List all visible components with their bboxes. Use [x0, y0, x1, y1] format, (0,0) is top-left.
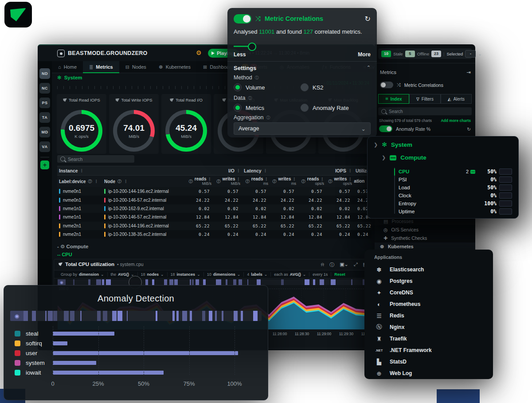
metric-correlations-row[interactable]: ⤨ Metric Correlations [380, 82, 471, 88]
chevron-right-icon[interactable]: ❯ [382, 155, 386, 160]
gauge-card-1[interactable]: Total Write IOPS74.01MiB/s [109, 94, 159, 154]
group-iops[interactable]: IOPS⋮ [298, 168, 354, 173]
data-option-anomaly-rate[interactable]: Anomaly Rate [301, 104, 349, 112]
kebab-icon[interactable]: ⋮ [348, 168, 352, 173]
stale-nodes-badge[interactable]: 5 [405, 51, 415, 57]
gauge-card-2[interactable]: Total Read I/O45.24MiB/s [161, 94, 211, 154]
toolbar-dimension[interactable]: Group bydimension⌄ [58, 272, 108, 277]
metrics-tab-index[interactable]: ⌗Index [378, 94, 409, 104]
rail-item-md[interactable]: MD [39, 127, 50, 137]
legend-softirq[interactable]: softirq [15, 339, 42, 348]
app-item-traefik[interactable]: ♜Traefik [374, 333, 487, 344]
legend-iowait[interactable]: iowait [15, 368, 41, 377]
kebab-icon[interactable]: ⋮ [80, 168, 84, 173]
section-compute[interactable]: - ⚙ Compute [57, 243, 88, 250]
table-search-input[interactable]: Search [57, 155, 134, 163]
radio-selected[interactable] [234, 104, 242, 112]
alert-icon[interactable]: ⍾ [321, 262, 324, 268]
column-reads[interactable]: ⓘreads ⋮MiB/s [184, 177, 213, 186]
info-icon[interactable]: ⓘ [266, 115, 270, 121]
table-row[interactable]: nvme2n1ip-10-200-144-196.ec2.internal65.… [57, 222, 372, 230]
tab-nodes[interactable]: ⊟Nodes [119, 61, 153, 73]
info-icon[interactable]: ⓘ [273, 179, 277, 184]
table-row[interactable]: nvme1n1ip-10-200-162-9.ec2.internal0.020… [57, 204, 372, 213]
method-option-volume[interactable]: Volume [234, 83, 265, 91]
tree-item-system[interactable]: ❯ ✻ System [374, 141, 412, 148]
app-item-coredns[interactable]: ✦CoreDNS [374, 287, 487, 298]
legend-steal[interactable]: steal [15, 329, 39, 338]
rail-item-va[interactable]: VA [39, 141, 50, 152]
selected-count[interactable]: - [465, 50, 476, 58]
table-row[interactable]: nvme0n1ip-10-200-144-196.ec2.internal0.5… [57, 187, 372, 196]
gauge-card-0[interactable]: Total Read IOPS0.6975K ops/s [57, 94, 106, 154]
metrics-tab-alerts[interactable]: ◭Alerts [441, 94, 472, 104]
app-item-elasticsearch[interactable]: ✽Elasticsearch [374, 264, 487, 275]
info-icon[interactable]: ⓘ [329, 179, 332, 184]
info-icon[interactable]: ⓘ [246, 179, 250, 184]
tree-item-o-s-services[interactable]: ◎O/S Services [375, 226, 475, 234]
toolbar-dimensions[interactable]: 10dimensions⌄ [204, 272, 244, 277]
app-item-nginx[interactable]: ⓃNginx [374, 321, 487, 333]
info-icon[interactable]: ⓘ [255, 75, 259, 81]
group-instance[interactable]: Instance⋮ [57, 168, 184, 173]
tree-item-synthetic-checks[interactable]: ✚Synthetic Checks [375, 234, 475, 242]
info-icon[interactable]: ⓘ [329, 262, 334, 268]
app-item--net-framework[interactable]: .NET.NET Framework [374, 344, 487, 356]
slider-thumb[interactable] [248, 43, 256, 51]
column-node[interactable]: Nodeⓘ⋮ [102, 179, 184, 184]
app-item-prometheus[interactable]: ◐Prometheus [374, 298, 487, 310]
toolbar-avg-[interactable]: each asAVG()⌄ [271, 272, 309, 277]
app-item-web-log[interactable]: ⊕Web Log [374, 368, 487, 379]
info-icon[interactable]: ⓘ [117, 179, 121, 184]
rail-add-button[interactable]: + [40, 160, 49, 169]
toolbar-labels[interactable]: 4labels⌄ [244, 272, 271, 277]
chevron-up-icon[interactable]: ⌃ [367, 65, 371, 70]
compute-metric-clock[interactable]: Clock0% [399, 192, 512, 200]
rail-item-ta[interactable]: TA [39, 112, 50, 123]
rail-item-ps[interactable]: PS [39, 98, 50, 108]
kebab-icon[interactable]: ⋮ [124, 179, 128, 184]
radio-unselected[interactable] [301, 104, 309, 112]
breadcrumb[interactable]: ✻ System [57, 74, 82, 81]
kebab-icon[interactable]: ⋮ [263, 168, 267, 173]
column-label-device[interactable]: Label:deviceⓘ⋮ [57, 179, 102, 184]
column-reads[interactable]: ⓘreads ⋮ms [242, 177, 270, 186]
legend-system[interactable]: system [15, 358, 45, 367]
compute-metric-cpu[interactable]: CPU250% [399, 168, 512, 176]
table-row[interactable]: nvme0n1ip-10-200-146-57.ec2.internal24.2… [57, 196, 372, 204]
app-item-redis[interactable]: ☰Redis [374, 310, 487, 321]
info-icon[interactable]: ⓘ [217, 179, 221, 184]
troubleshoot-icon[interactable]: ⚙ [196, 49, 202, 56]
compute-metric-entropy[interactable]: Entropy100% [399, 200, 512, 207]
column-reads[interactable]: ⓘreads ⋮ops/s [298, 177, 326, 186]
app-item-statsd[interactable]: ▙StatsD [374, 356, 487, 368]
info-icon[interactable]: ⓘ [88, 179, 92, 184]
column-writes[interactable]: ⓘwrites ⋮ms [270, 177, 298, 186]
radio-unselected[interactable] [301, 83, 309, 91]
legend-user[interactable]: user [15, 348, 37, 357]
refresh-icon[interactable]: ↻ [365, 15, 371, 23]
table-row[interactable]: nvme2n1ip-10-200-138-35.ec2.internal0.24… [57, 230, 372, 239]
cpu-anomaly-ribbon[interactable]: ◉ [58, 279, 368, 285]
correlations-toggle-off[interactable] [380, 82, 393, 88]
section-cpu[interactable]: -- CPU [57, 252, 72, 257]
anomaly-rate-toggle-on[interactable] [379, 125, 392, 132]
tab-kubernetes[interactable]: ☸Kubernetes [153, 61, 197, 73]
refresh-icon[interactable]: ↻ [467, 126, 471, 132]
table-row[interactable]: nvme1n1ip-10-200-146-57.ec2.internal12.8… [57, 213, 372, 221]
tree-item-compute[interactable]: ❯ Compute [382, 154, 426, 161]
column-writes[interactable]: ⓘwrites ⋮MiB/s [213, 177, 242, 186]
info-icon[interactable]: ⓘ [301, 179, 305, 184]
compute-metric-uptime[interactable]: Uptime0% [399, 207, 512, 215]
toolbar-instances[interactable]: 18instances⌄ [168, 272, 204, 277]
radio-selected[interactable] [234, 83, 242, 91]
rail-item-nc[interactable]: NC [39, 83, 50, 94]
compute-metric-load[interactable]: Load50% [399, 184, 512, 192]
metrics-tab-filters[interactable]: ∇Filters [409, 94, 440, 104]
add-more-charts-link[interactable]: Add more charts [441, 118, 471, 123]
column-writes[interactable]: ⓘwrites ⋮ops/s [326, 177, 354, 186]
method-option-ks2[interactable]: KS2 [301, 83, 324, 91]
chevron-right-icon[interactable]: ❯ [374, 142, 378, 148]
compute-metric-psi[interactable]: PSI0% [399, 176, 512, 184]
info-icon[interactable]: ⓘ [248, 95, 252, 101]
